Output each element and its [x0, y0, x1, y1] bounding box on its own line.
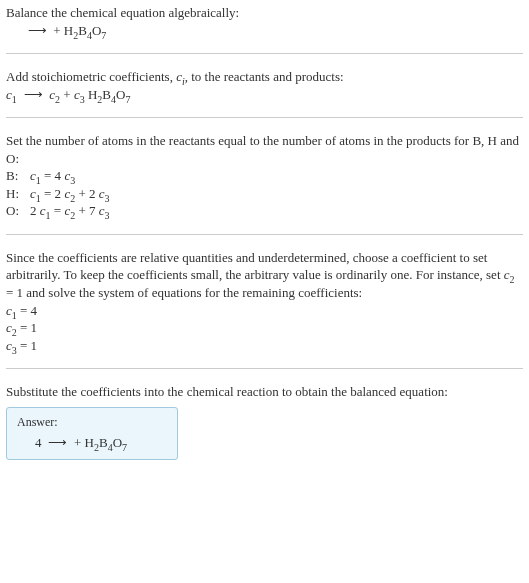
solve-line1: Since the coefficients are relative quan…	[6, 249, 523, 302]
coeff-equation: c1 ⟶ c2 + c3 H2B4O7	[6, 86, 523, 104]
answer-equation: 4 ⟶ + H2B4O7	[17, 434, 167, 452]
el-h: H	[85, 435, 94, 450]
result-c2: c2 = 1	[6, 319, 523, 337]
label-b: B:	[6, 167, 30, 185]
eq-b: c1 = 4 c3	[30, 167, 75, 185]
coeff-line1: Add stoichiometric coefficients, ci, to …	[6, 68, 523, 86]
section-answer: Substitute the coefficients into the che…	[6, 383, 523, 460]
plus-text: +	[50, 23, 64, 38]
section-atom-balance: Set the number of atoms in the reactants…	[6, 132, 523, 234]
section-coefficients: Add stoichiometric coefficients, ci, to …	[6, 68, 523, 117]
sub-7: 7	[122, 442, 127, 453]
sub-7: 7	[101, 29, 106, 40]
eq-h: c1 = 2 c2 + 2 c3	[30, 185, 110, 203]
divider	[6, 53, 523, 54]
formula-h2b4o7: H2B4O7	[64, 23, 106, 38]
el-b: B	[102, 87, 111, 102]
plus-text: +	[60, 87, 74, 102]
eq2: + 2	[75, 186, 99, 201]
answer-title: Answer:	[17, 414, 167, 430]
row-o: O: 2 c1 = c2 + 7 c3	[6, 202, 523, 220]
eq1: = 2	[41, 186, 65, 201]
el-b: B	[78, 23, 87, 38]
eq2: + 7	[75, 203, 99, 218]
result-c1: c1 = 4	[6, 302, 523, 320]
el-o: O	[92, 23, 101, 38]
formula-h2b4o7: H2B4O7	[88, 87, 130, 102]
text-a: Since the coefficients are relative quan…	[6, 250, 504, 283]
el-h: H	[88, 87, 97, 102]
el-o: O	[113, 435, 122, 450]
section-solve: Since the coefficients are relative quan…	[6, 249, 523, 368]
n3: 3	[105, 210, 110, 221]
arrow-icon: ⟶	[20, 86, 46, 104]
divider	[6, 234, 523, 235]
el-o: O	[116, 87, 125, 102]
el-h: H	[64, 23, 73, 38]
val: = 1	[17, 320, 37, 335]
divider	[6, 368, 523, 369]
text-b: , to the reactants and products:	[185, 69, 344, 84]
formula-h2b4o7: H2B4O7	[85, 435, 127, 450]
row-h: H: c1 = 2 c2 + 2 c3	[6, 185, 523, 203]
plus-text: +	[71, 435, 85, 450]
two: 2	[30, 203, 40, 218]
text-b: and solve the system of equations for th…	[23, 285, 362, 300]
intro-line1: Balance the chemical equation algebraica…	[6, 4, 523, 22]
divider	[6, 117, 523, 118]
n2: 2	[510, 274, 515, 285]
coef-4: 4	[35, 435, 45, 450]
balance-line1: Set the number of atoms in the reactants…	[6, 132, 523, 167]
text-a: Add stoichiometric coefficients,	[6, 69, 176, 84]
c1-sub: 1	[12, 93, 17, 104]
arrow-icon: ⟶	[45, 434, 71, 452]
el-b: B	[99, 435, 108, 450]
eq-o: 2 c1 = c2 + 7 c3	[30, 202, 110, 220]
eq1: =	[51, 203, 65, 218]
label-o: O:	[6, 202, 30, 220]
eq1: = 1	[6, 285, 23, 300]
row-b: B: c1 = 4 c3	[6, 167, 523, 185]
val: = 1	[17, 338, 37, 353]
val: = 4	[17, 303, 37, 318]
intro-equation: ⟶ + H2B4O7	[6, 22, 523, 40]
answer-intro: Substitute the coefficients into the che…	[6, 383, 523, 401]
c3-sub: 3	[80, 93, 85, 104]
answer-box: Answer: 4 ⟶ + H2B4O7	[6, 407, 178, 461]
label-h: H:	[6, 185, 30, 203]
section-intro: Balance the chemical equation algebraica…	[6, 4, 523, 53]
arrow-icon: ⟶	[24, 22, 50, 40]
spacer	[6, 401, 523, 407]
result-c3: c3 = 1	[6, 337, 523, 355]
sub-7: 7	[125, 93, 130, 104]
eq: = 4	[41, 168, 65, 183]
